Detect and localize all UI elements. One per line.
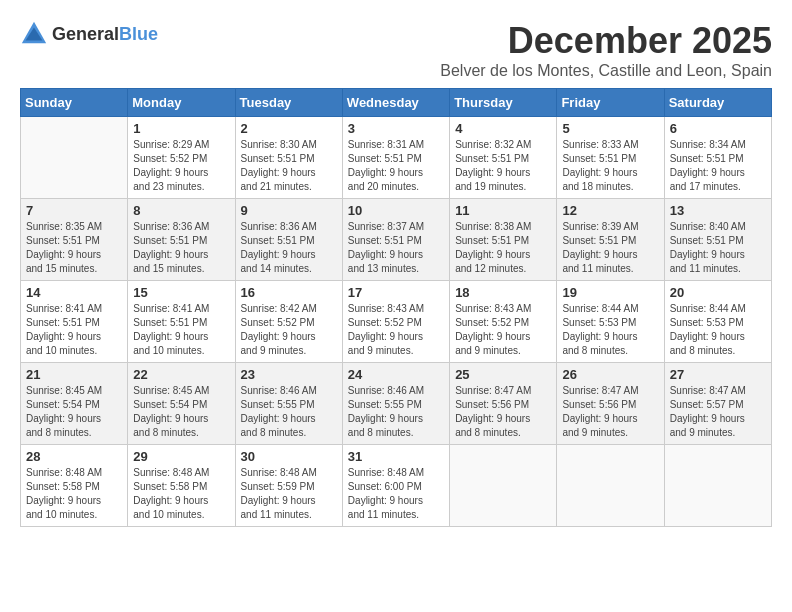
header-friday: Friday (557, 89, 664, 117)
day-info: Sunrise: 8:39 AM Sunset: 5:51 PM Dayligh… (562, 220, 658, 276)
calendar-week-3: 14Sunrise: 8:41 AM Sunset: 5:51 PM Dayli… (21, 281, 772, 363)
day-info: Sunrise: 8:48 AM Sunset: 5:59 PM Dayligh… (241, 466, 337, 522)
day-info: Sunrise: 8:46 AM Sunset: 5:55 PM Dayligh… (348, 384, 444, 440)
calendar-cell: 15Sunrise: 8:41 AM Sunset: 5:51 PM Dayli… (128, 281, 235, 363)
page-header: GeneralBlue December 2025 Belver de los … (20, 20, 772, 80)
day-info: Sunrise: 8:36 AM Sunset: 5:51 PM Dayligh… (241, 220, 337, 276)
header-tuesday: Tuesday (235, 89, 342, 117)
day-info: Sunrise: 8:35 AM Sunset: 5:51 PM Dayligh… (26, 220, 122, 276)
day-number: 19 (562, 285, 658, 300)
day-number: 21 (26, 367, 122, 382)
logo-blue: Blue (119, 24, 158, 44)
calendar-cell: 11Sunrise: 8:38 AM Sunset: 5:51 PM Dayli… (450, 199, 557, 281)
calendar-cell: 6Sunrise: 8:34 AM Sunset: 5:51 PM Daylig… (664, 117, 771, 199)
month-title: December 2025 (440, 20, 772, 62)
calendar-cell: 3Sunrise: 8:31 AM Sunset: 5:51 PM Daylig… (342, 117, 449, 199)
calendar-cell: 20Sunrise: 8:44 AM Sunset: 5:53 PM Dayli… (664, 281, 771, 363)
day-info: Sunrise: 8:45 AM Sunset: 5:54 PM Dayligh… (133, 384, 229, 440)
calendar-cell: 30Sunrise: 8:48 AM Sunset: 5:59 PM Dayli… (235, 445, 342, 527)
day-number: 8 (133, 203, 229, 218)
calendar-cell: 17Sunrise: 8:43 AM Sunset: 5:52 PM Dayli… (342, 281, 449, 363)
calendar-cell: 7Sunrise: 8:35 AM Sunset: 5:51 PM Daylig… (21, 199, 128, 281)
day-number: 6 (670, 121, 766, 136)
day-info: Sunrise: 8:34 AM Sunset: 5:51 PM Dayligh… (670, 138, 766, 194)
header-saturday: Saturday (664, 89, 771, 117)
day-info: Sunrise: 8:40 AM Sunset: 5:51 PM Dayligh… (670, 220, 766, 276)
day-number: 18 (455, 285, 551, 300)
logo-general: General (52, 24, 119, 44)
day-number: 20 (670, 285, 766, 300)
day-number: 7 (26, 203, 122, 218)
day-info: Sunrise: 8:41 AM Sunset: 5:51 PM Dayligh… (133, 302, 229, 358)
day-info: Sunrise: 8:42 AM Sunset: 5:52 PM Dayligh… (241, 302, 337, 358)
day-number: 5 (562, 121, 658, 136)
calendar-cell: 18Sunrise: 8:43 AM Sunset: 5:52 PM Dayli… (450, 281, 557, 363)
calendar-cell (450, 445, 557, 527)
calendar-cell: 23Sunrise: 8:46 AM Sunset: 5:55 PM Dayli… (235, 363, 342, 445)
calendar-week-5: 28Sunrise: 8:48 AM Sunset: 5:58 PM Dayli… (21, 445, 772, 527)
calendar-cell: 19Sunrise: 8:44 AM Sunset: 5:53 PM Dayli… (557, 281, 664, 363)
logo-icon (20, 20, 48, 48)
day-number: 10 (348, 203, 444, 218)
calendar-cell: 25Sunrise: 8:47 AM Sunset: 5:56 PM Dayli… (450, 363, 557, 445)
day-info: Sunrise: 8:44 AM Sunset: 5:53 PM Dayligh… (562, 302, 658, 358)
calendar-cell: 14Sunrise: 8:41 AM Sunset: 5:51 PM Dayli… (21, 281, 128, 363)
calendar: SundayMondayTuesdayWednesdayThursdayFrid… (20, 88, 772, 527)
logo: GeneralBlue (20, 20, 158, 48)
day-info: Sunrise: 8:45 AM Sunset: 5:54 PM Dayligh… (26, 384, 122, 440)
day-number: 25 (455, 367, 551, 382)
header-thursday: Thursday (450, 89, 557, 117)
day-number: 12 (562, 203, 658, 218)
location-title: Belver de los Montes, Castille and Leon,… (440, 62, 772, 80)
day-info: Sunrise: 8:29 AM Sunset: 5:52 PM Dayligh… (133, 138, 229, 194)
day-info: Sunrise: 8:48 AM Sunset: 6:00 PM Dayligh… (348, 466, 444, 522)
header-wednesday: Wednesday (342, 89, 449, 117)
calendar-cell: 1Sunrise: 8:29 AM Sunset: 5:52 PM Daylig… (128, 117, 235, 199)
day-number: 23 (241, 367, 337, 382)
day-info: Sunrise: 8:41 AM Sunset: 5:51 PM Dayligh… (26, 302, 122, 358)
day-number: 17 (348, 285, 444, 300)
day-info: Sunrise: 8:46 AM Sunset: 5:55 PM Dayligh… (241, 384, 337, 440)
day-number: 15 (133, 285, 229, 300)
calendar-cell (664, 445, 771, 527)
day-info: Sunrise: 8:36 AM Sunset: 5:51 PM Dayligh… (133, 220, 229, 276)
calendar-cell: 4Sunrise: 8:32 AM Sunset: 5:51 PM Daylig… (450, 117, 557, 199)
day-number: 9 (241, 203, 337, 218)
calendar-cell: 28Sunrise: 8:48 AM Sunset: 5:58 PM Dayli… (21, 445, 128, 527)
calendar-cell: 12Sunrise: 8:39 AM Sunset: 5:51 PM Dayli… (557, 199, 664, 281)
day-info: Sunrise: 8:47 AM Sunset: 5:56 PM Dayligh… (562, 384, 658, 440)
calendar-body: 1Sunrise: 8:29 AM Sunset: 5:52 PM Daylig… (21, 117, 772, 527)
day-number: 29 (133, 449, 229, 464)
day-info: Sunrise: 8:37 AM Sunset: 5:51 PM Dayligh… (348, 220, 444, 276)
day-number: 14 (26, 285, 122, 300)
day-info: Sunrise: 8:44 AM Sunset: 5:53 PM Dayligh… (670, 302, 766, 358)
day-info: Sunrise: 8:43 AM Sunset: 5:52 PM Dayligh… (455, 302, 551, 358)
day-number: 26 (562, 367, 658, 382)
calendar-week-2: 7Sunrise: 8:35 AM Sunset: 5:51 PM Daylig… (21, 199, 772, 281)
day-number: 28 (26, 449, 122, 464)
calendar-cell: 16Sunrise: 8:42 AM Sunset: 5:52 PM Dayli… (235, 281, 342, 363)
day-info: Sunrise: 8:38 AM Sunset: 5:51 PM Dayligh… (455, 220, 551, 276)
day-number: 4 (455, 121, 551, 136)
calendar-cell (21, 117, 128, 199)
calendar-cell (557, 445, 664, 527)
calendar-cell: 8Sunrise: 8:36 AM Sunset: 5:51 PM Daylig… (128, 199, 235, 281)
day-number: 27 (670, 367, 766, 382)
calendar-cell: 31Sunrise: 8:48 AM Sunset: 6:00 PM Dayli… (342, 445, 449, 527)
header-monday: Monday (128, 89, 235, 117)
day-info: Sunrise: 8:47 AM Sunset: 5:57 PM Dayligh… (670, 384, 766, 440)
header-sunday: Sunday (21, 89, 128, 117)
day-info: Sunrise: 8:31 AM Sunset: 5:51 PM Dayligh… (348, 138, 444, 194)
day-info: Sunrise: 8:48 AM Sunset: 5:58 PM Dayligh… (26, 466, 122, 522)
calendar-cell: 24Sunrise: 8:46 AM Sunset: 5:55 PM Dayli… (342, 363, 449, 445)
calendar-cell: 10Sunrise: 8:37 AM Sunset: 5:51 PM Dayli… (342, 199, 449, 281)
calendar-cell: 29Sunrise: 8:48 AM Sunset: 5:58 PM Dayli… (128, 445, 235, 527)
day-number: 16 (241, 285, 337, 300)
day-number: 3 (348, 121, 444, 136)
day-number: 31 (348, 449, 444, 464)
day-info: Sunrise: 8:30 AM Sunset: 5:51 PM Dayligh… (241, 138, 337, 194)
calendar-cell: 22Sunrise: 8:45 AM Sunset: 5:54 PM Dayli… (128, 363, 235, 445)
day-info: Sunrise: 8:47 AM Sunset: 5:56 PM Dayligh… (455, 384, 551, 440)
calendar-week-1: 1Sunrise: 8:29 AM Sunset: 5:52 PM Daylig… (21, 117, 772, 199)
day-number: 1 (133, 121, 229, 136)
